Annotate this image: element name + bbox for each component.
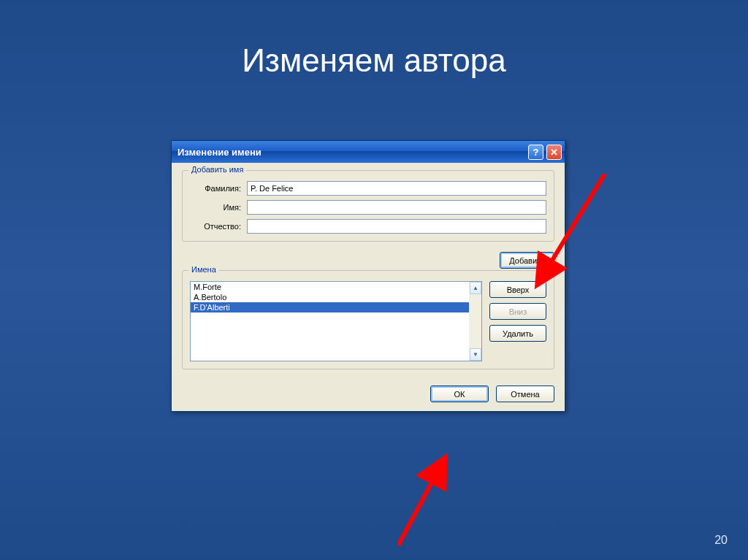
row-middlename: Отчество: bbox=[190, 219, 546, 234]
input-firstname[interactable] bbox=[247, 200, 546, 215]
names-legend: Имена bbox=[188, 265, 219, 274]
row-firstname: Имя: bbox=[190, 200, 546, 215]
chevron-down-icon: ▼ bbox=[473, 351, 478, 358]
add-name-group: Добавить имя Фамилия: Имя: Отчество: bbox=[182, 170, 554, 242]
help-button[interactable]: ? bbox=[528, 145, 543, 160]
label-middlename: Отчество: bbox=[190, 222, 247, 231]
names-listbox[interactable]: M.ForteA.BertoloF.D'Alberti ▲ ▼ bbox=[190, 281, 482, 361]
add-button-row: Добавить bbox=[182, 249, 554, 270]
slide-page-number: 20 bbox=[714, 534, 728, 547]
input-middlename[interactable] bbox=[247, 219, 546, 234]
label-firstname: Имя: bbox=[190, 203, 247, 212]
help-icon: ? bbox=[533, 147, 539, 158]
row-lastname: Фамилия: bbox=[190, 181, 546, 196]
names-group: Имена M.ForteA.BertoloF.D'Alberti ▲ ▼ Вв… bbox=[182, 270, 554, 369]
close-icon: ✕ bbox=[550, 147, 558, 158]
list-item[interactable]: F.D'Alberti bbox=[191, 302, 469, 312]
input-lastname[interactable] bbox=[247, 181, 546, 196]
add-button[interactable]: Добавить bbox=[500, 252, 554, 269]
move-down-button[interactable]: Вниз bbox=[489, 303, 546, 320]
close-button[interactable]: ✕ bbox=[546, 145, 562, 160]
titlebar-text: Изменение имени bbox=[178, 147, 525, 158]
delete-button[interactable]: Удалить bbox=[489, 325, 546, 342]
listbox-scrollbar[interactable]: ▲ ▼ bbox=[469, 282, 481, 361]
dialog-body: Добавить имя Фамилия: Имя: Отчество: Доб… bbox=[172, 163, 565, 411]
scroll-up-button[interactable]: ▲ bbox=[470, 282, 481, 294]
ok-button[interactable]: ОК bbox=[430, 386, 489, 402]
label-lastname: Фамилия: bbox=[190, 184, 247, 193]
edit-name-dialog: Изменение имени ? ✕ Добавить имя Фамилия… bbox=[171, 140, 565, 412]
annotation-arrow-ok bbox=[398, 450, 493, 553]
footer-buttons: ОК Отмена bbox=[182, 377, 554, 402]
slide-title: Изменяем автора bbox=[0, 42, 748, 79]
list-item[interactable]: M.Forte bbox=[191, 282, 469, 292]
titlebar[interactable]: Изменение имени ? ✕ bbox=[172, 141, 565, 163]
scroll-down-button[interactable]: ▼ bbox=[470, 348, 481, 361]
list-item[interactable]: A.Bertolo bbox=[191, 292, 469, 302]
move-up-button[interactable]: Вверх bbox=[489, 281, 546, 298]
add-name-legend: Добавить имя bbox=[188, 165, 246, 174]
cancel-button[interactable]: Отмена bbox=[496, 386, 554, 402]
svg-line-1 bbox=[398, 461, 443, 545]
chevron-up-icon: ▲ bbox=[473, 285, 478, 291]
